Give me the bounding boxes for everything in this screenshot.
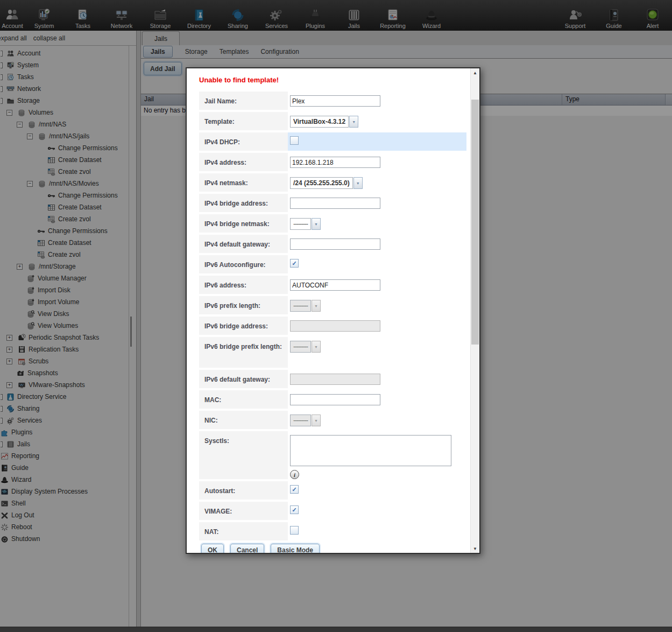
field-label-jail-name: Jail Name: (199, 92, 288, 110)
template-select[interactable]: VirtualBox-4.3.12▼ (290, 116, 358, 128)
field-row-sysctls: Sysctls:i (199, 431, 466, 479)
field-row-ipv4-bridge-address: IPv4 bridge address: (199, 194, 466, 212)
dialog-body: Unable to find template! Jail Name:Templ… (187, 68, 471, 553)
field-value-ipv4-default-gateway (288, 235, 466, 253)
dialog-error-message: Unable to find template! (199, 76, 466, 84)
field-value-vimage: ✓ (288, 502, 466, 520)
field-row-autostart: Autostart:✓ (199, 481, 466, 500)
field-row-nic: NIC:---------▼ (199, 411, 466, 429)
ipv4-default-gateway-input[interactable] (290, 238, 380, 250)
field-label-ipv4-dhcp: IPv4 DHCP: (199, 132, 288, 151)
field-value-nat (288, 522, 466, 540)
field-label-ipv4-default-gateway: IPv4 default gateway: (199, 235, 288, 253)
ipv6-prefix-length-select[interactable]: ---------▼ (290, 300, 321, 312)
autostart-checkbox[interactable]: ✓ (290, 485, 299, 494)
field-row-ipv6-bridge-prefix-length: IPv6 bridge prefix length:---------▼ (199, 337, 466, 368)
nic-selected-value: --------- (290, 415, 311, 426)
field-row-ipv4-netmask: IPv4 netmask:/24 (255.255.255.0)▼ (199, 173, 466, 192)
field-value-ipv6-bridge-prefix-length: ---------▼ (288, 337, 466, 368)
field-value-ipv6-autoconfigure: ✓ (288, 255, 466, 273)
ipv6-autoconfigure-checkbox[interactable]: ✓ (290, 259, 299, 268)
field-value-ipv4-address (288, 153, 466, 171)
ipv6-bridge-address-input[interactable] (290, 320, 380, 332)
field-label-ipv6-address: IPv6 address: (199, 276, 288, 294)
cancel-button[interactable]: Cancel (230, 544, 264, 553)
field-row-vimage: VIMAGE:✓ (199, 502, 466, 520)
field-value-nic: ---------▼ (288, 411, 466, 429)
field-label-sysctls: Sysctls: (199, 431, 288, 479)
field-value-ipv4-dhcp (288, 132, 466, 151)
scroll-up-arrow[interactable]: ▲ (471, 68, 479, 77)
field-label-mac: MAC: (199, 390, 288, 409)
chevron-down-icon[interactable]: ▼ (349, 116, 358, 128)
field-value-ipv6-prefix-length: ---------▼ (288, 296, 466, 314)
jail-name-input[interactable] (290, 95, 380, 107)
field-label-ipv6-prefix-length: IPv6 prefix length: (199, 296, 288, 314)
info-icon[interactable]: i (290, 470, 299, 479)
field-row-ipv4-bridge-netmask: IPv4 bridge netmask:---------▼ (199, 214, 466, 233)
chevron-down-icon[interactable]: ▼ (312, 415, 321, 426)
nic-select[interactable]: ---------▼ (290, 415, 321, 426)
ipv4-netmask-select[interactable]: /24 (255.255.255.0)▼ (290, 177, 363, 189)
field-row-mac: MAC: (199, 390, 466, 409)
ipv4-bridge-netmask-select[interactable]: ---------▼ (290, 218, 321, 230)
chevron-down-icon[interactable]: ▼ (353, 177, 363, 189)
ok-button[interactable]: OK (201, 544, 224, 553)
field-value-ipv4-bridge-address (288, 194, 466, 212)
field-row-ipv6-prefix-length: IPv6 prefix length:---------▼ (199, 296, 466, 314)
field-row-ipv6-default-gateway: IPv6 default gateway: (199, 370, 466, 388)
ipv4-dhcp-checkbox[interactable] (290, 136, 299, 145)
field-row-ipv6-address: IPv6 address: (199, 276, 466, 294)
chevron-down-icon[interactable]: ▼ (312, 300, 321, 312)
vimage-checkbox[interactable]: ✓ (290, 505, 299, 514)
ipv4-netmask-selected-value: /24 (255.255.255.0) (290, 177, 353, 189)
field-label-ipv4-bridge-address: IPv4 bridge address: (199, 194, 288, 212)
field-value-ipv6-address (288, 276, 466, 294)
field-row-ipv4-dhcp: IPv4 DHCP: (199, 132, 466, 151)
field-row-jail-name: Jail Name: (199, 92, 466, 110)
field-value-ipv4-bridge-netmask: ---------▼ (288, 214, 466, 233)
field-value-mac (288, 390, 466, 409)
ipv4-bridge-netmask-selected-value: --------- (290, 218, 311, 230)
dialog-buttons: OK Cancel Basic Mode (199, 544, 466, 553)
field-row-ipv6-autoconfigure: IPv6 Autoconfigure:✓ (199, 255, 466, 273)
ipv4-address-input[interactable] (290, 157, 380, 168)
chevron-down-icon[interactable]: ▼ (312, 341, 321, 353)
ipv6-bridge-prefix-length-selected-value: --------- (290, 341, 311, 353)
basic-mode-button[interactable]: Basic Mode (271, 544, 320, 553)
field-label-ipv6-autoconfigure: IPv6 Autoconfigure: (199, 255, 288, 273)
nat-checkbox[interactable] (290, 526, 299, 535)
field-label-template: Template: (199, 112, 288, 130)
field-row-ipv4-default-gateway: IPv4 default gateway: (199, 235, 466, 253)
scroll-down-arrow[interactable]: ▼ (471, 544, 479, 553)
freenas-screen: AccountSystemTasksNetworkStorageDirector… (0, 0, 672, 632)
chevron-down-icon[interactable]: ▼ (312, 218, 321, 230)
field-value-sysctls: i (288, 431, 466, 479)
field-value-ipv6-default-gateway (288, 370, 466, 388)
ipv6-bridge-prefix-length-select[interactable]: ---------▼ (290, 341, 321, 353)
field-label-ipv4-address: IPv4 address: (199, 153, 288, 171)
sysctls-textarea[interactable] (290, 435, 451, 466)
field-value-template: VirtualBox-4.3.12▼ (288, 112, 466, 130)
field-label-vimage: VIMAGE: (199, 502, 288, 520)
ipv6-address-input[interactable] (290, 279, 380, 291)
ipv4-bridge-address-input[interactable] (290, 198, 380, 209)
template-selected-value: VirtualBox-4.3.12 (290, 116, 349, 128)
ipv6-default-gateway-input[interactable] (290, 374, 380, 385)
field-row-nat: NAT: (199, 522, 466, 540)
field-label-ipv6-bridge-address: IPv6 bridge address: (199, 317, 288, 335)
dialog-scrollbar[interactable]: ▲ ▼ (470, 68, 479, 553)
add-jail-dialog: Unable to find template! Jail Name:Templ… (186, 67, 480, 554)
mac-input[interactable] (290, 394, 380, 405)
field-label-nat: NAT: (199, 522, 288, 540)
field-label-nic: NIC: (199, 411, 288, 429)
field-label-ipv4-netmask: IPv4 netmask: (199, 173, 288, 192)
field-value-jail-name (288, 92, 466, 110)
field-label-ipv6-bridge-prefix-length: IPv6 bridge prefix length: (199, 337, 288, 368)
dialog-scroll-thumb[interactable] (471, 100, 479, 345)
field-value-ipv6-bridge-address (288, 317, 466, 335)
field-row-ipv6-bridge-address: IPv6 bridge address: (199, 317, 466, 335)
field-value-autostart: ✓ (288, 481, 466, 500)
field-label-ipv6-default-gateway: IPv6 default gateway: (199, 370, 288, 388)
field-label-ipv4-bridge-netmask: IPv4 bridge netmask: (199, 214, 288, 233)
